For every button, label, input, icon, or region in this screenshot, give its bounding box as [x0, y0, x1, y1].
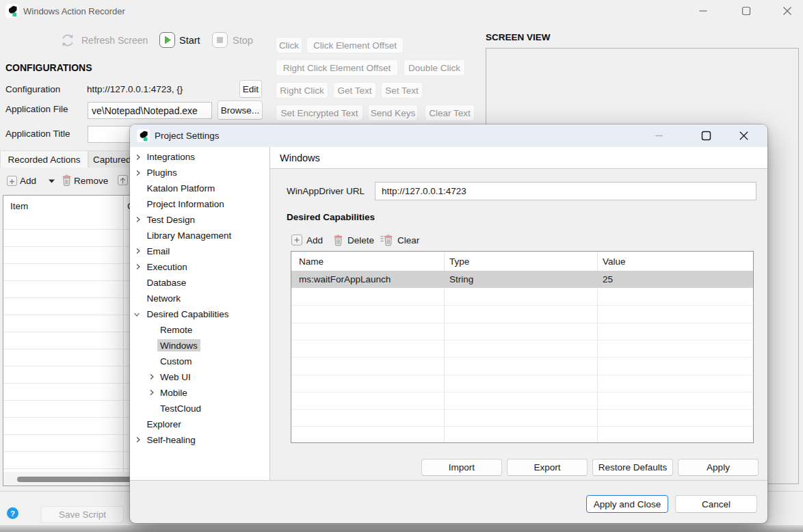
tree-item-katalon-platform[interactable]: Katalon Platform: [130, 181, 269, 196]
application-file-label: Application File: [5, 104, 68, 114]
refresh-icon: [60, 33, 75, 48]
value-column-header[interactable]: Value: [603, 252, 626, 271]
right-click-button: Right Click: [276, 82, 328, 98]
apply-and-close-button[interactable]: Apply and Close: [586, 495, 668, 513]
settings-tree: Integrations Plugins Katalon Platform Pr…: [130, 147, 270, 480]
tree-item-mobile[interactable]: Mobile: [130, 385, 269, 401]
application-file-input[interactable]: ve\Notepad\Notepad.exe: [88, 102, 212, 119]
edit-button[interactable]: Edit: [239, 80, 262, 98]
page-title: Windows: [280, 147, 320, 169]
capability-name-cell: ms:waitForAppLaunch: [299, 271, 391, 288]
dialog-minimize-icon: [654, 131, 664, 141]
empty-rows: [291, 289, 753, 427]
tab-recorded-actions[interactable]: Recorded Actions: [0, 150, 88, 168]
double-click-button: Double Click: [404, 59, 465, 76]
capabilities-table: Name Type Value ms:waitForAppLaunch Stri…: [291, 251, 754, 443]
tree-item-integrations[interactable]: Integrations: [130, 149, 269, 165]
winappdriver-url-input[interactable]: http://127.0.0.1:4723: [375, 182, 756, 200]
tree-item-email[interactable]: Email: [130, 243, 269, 259]
cancel-button[interactable]: Cancel: [675, 495, 757, 513]
get-text-button: Get Text: [333, 82, 376, 98]
items-column-header[interactable]: Item: [10, 201, 28, 211]
apply-button[interactable]: Apply: [678, 459, 759, 476]
capability-delete-icon[interactable]: [334, 234, 343, 246]
right-click-element-offset-button: Right Click Element Offset: [276, 59, 398, 76]
close-icon[interactable]: [782, 5, 793, 16]
export-button[interactable]: Export: [507, 459, 588, 476]
tree-item-web-ui[interactable]: Web UI: [130, 369, 269, 385]
window-bottom-edge: [0, 525, 803, 532]
tree-item-plugins[interactable]: Plugins: [130, 165, 269, 181]
configuration-value: http://127.0.0.1:4723, {}: [87, 84, 183, 94]
configurations-heading: CONFIGURATIONS: [5, 62, 92, 73]
browse-button[interactable]: Browse...: [218, 101, 263, 120]
start-button[interactable]: Start: [179, 31, 200, 49]
tree-item-testcloud[interactable]: TestCloud: [130, 401, 269, 416]
capability-type-cell: String: [449, 271, 473, 288]
capability-value-cell: 25: [603, 271, 613, 288]
dialog-footer-divider: [130, 480, 767, 481]
name-column-header[interactable]: Name: [299, 252, 324, 271]
clear-text-button: Clear Text: [425, 105, 475, 121]
tree-item-self-healing[interactable]: Self-healing: [130, 432, 269, 448]
tab-recorded-actions-label: Recorded Actions: [8, 155, 81, 165]
remove-item-button[interactable]: Remove: [74, 176, 108, 186]
capability-add-icon[interactable]: [291, 235, 302, 245]
tab-captured[interactable]: Captured: [88, 150, 134, 168]
table-row-selected[interactable]: ms:waitForAppLaunch String 25: [291, 271, 753, 288]
winappdriver-url-label: WinAppDriver URL: [287, 186, 365, 196]
save-script-button: Save Script: [41, 506, 124, 523]
minimize-icon[interactable]: [698, 5, 709, 16]
main-titlebar: Windows Action Recorder: [0, 0, 803, 22]
click-button: Click: [276, 37, 302, 53]
add-dropdown-caret-icon[interactable]: [48, 178, 55, 184]
configuration-label: Configuration: [5, 84, 60, 94]
dialog-maximize-icon[interactable]: [701, 131, 711, 141]
page-header: Windows: [270, 147, 767, 169]
refresh-screen-button: Refresh Screen: [81, 31, 148, 49]
set-encrypted-text-button: Set Encrypted Text: [276, 105, 363, 121]
application-title-label: Application Title: [5, 129, 70, 139]
tree-item-project-information[interactable]: Project Information: [130, 196, 269, 212]
tree-item-execution[interactable]: Execution: [130, 259, 269, 275]
tree-item-remote[interactable]: Remote: [130, 322, 269, 338]
desired-capabilities-heading: Desired Capabilities: [287, 212, 375, 222]
tree-item-network[interactable]: Network: [130, 291, 269, 306]
click-element-offset-button: Click Element Offset: [306, 37, 404, 53]
dialog-app-icon: [137, 129, 150, 142]
tree-item-windows[interactable]: Windows: [130, 338, 269, 354]
capability-add-button[interactable]: Add: [306, 235, 323, 245]
capability-clear-icon[interactable]: [380, 234, 393, 246]
tree-item-custom[interactable]: Custom: [130, 354, 269, 369]
project-settings-dialog: Project Settings Integrations Plugins Ka…: [130, 124, 767, 523]
import-button[interactable]: Import: [421, 459, 502, 476]
app-icon: [5, 4, 19, 18]
move-up-icon[interactable]: [118, 175, 128, 185]
window-title: Windows Action Recorder: [23, 0, 125, 22]
help-icon[interactable]: ?: [7, 507, 18, 519]
tree-item-database[interactable]: Database: [130, 275, 269, 291]
maximize-icon[interactable]: [741, 6, 751, 16]
add-item-icon[interactable]: [7, 176, 17, 186]
set-text-button: Set Text: [381, 82, 423, 98]
screen-view-heading: SCREEN VIEW: [486, 32, 551, 42]
tree-item-test-design[interactable]: Test Design: [130, 212, 269, 228]
tree-item-desired-capabilities[interactable]: Desired Capabilities: [130, 306, 269, 322]
tree-item-library-management[interactable]: Library Management: [130, 228, 269, 243]
tree-item-explorer[interactable]: Explorer: [130, 416, 269, 432]
capability-delete-button[interactable]: Delete: [347, 235, 374, 245]
tab-captured-label: Captured: [93, 155, 131, 165]
restore-defaults-button[interactable]: Restore Defaults: [592, 459, 673, 476]
remove-trash-icon[interactable]: [62, 174, 71, 186]
start-icon[interactable]: [159, 32, 175, 48]
add-item-button[interactable]: Add: [20, 176, 36, 186]
stop-button: Stop: [233, 31, 253, 49]
dialog-close-icon[interactable]: [739, 131, 749, 141]
send-keys-button: Send Keys: [368, 105, 418, 121]
dialog-title: Project Settings: [155, 124, 220, 147]
stop-icon: [212, 32, 228, 48]
dialog-titlebar: Project Settings: [130, 124, 767, 147]
capability-clear-button[interactable]: Clear: [397, 235, 419, 245]
type-column-header[interactable]: Type: [449, 252, 469, 271]
